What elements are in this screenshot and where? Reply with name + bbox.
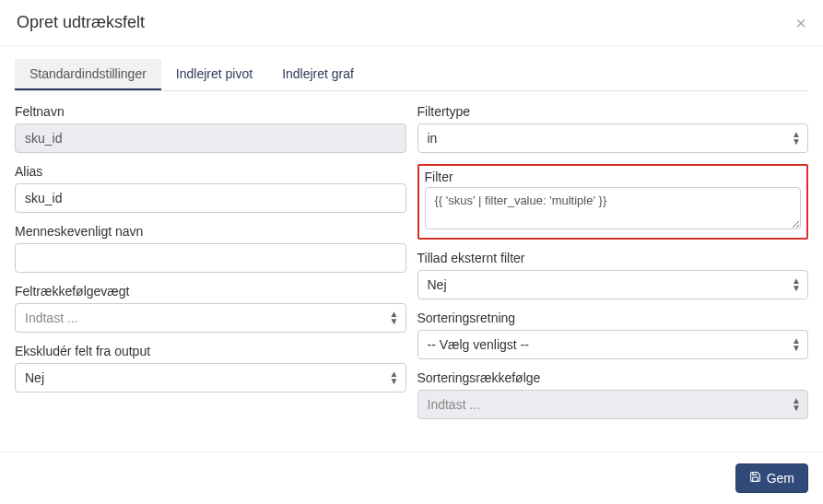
save-button[interactable]: Gem [735, 463, 808, 493]
form-col-right: Filtertype in ▲▼ Filter Tillad eksternt … [417, 104, 809, 430]
sortorder-input [417, 390, 809, 419]
close-icon: × [795, 13, 806, 33]
modal-footer: Gem [0, 451, 823, 504]
humanname-input[interactable] [15, 243, 406, 273]
label-humanname: Menneskevenligt navn [15, 224, 406, 239]
create-extraction-field-modal: Opret udtræksfelt × Standardindstillinge… [0, 0, 823, 504]
save-icon [749, 471, 761, 486]
group-filtertype: Filtertype in ▲▼ [417, 104, 809, 153]
form-col-left: Feltnavn Alias Menneskevenligt navn Felt… [15, 104, 406, 430]
group-external: Tillad eksternt filter Nej ▲▼ [417, 251, 809, 299]
label-filter: Filter [425, 170, 802, 184]
label-alias: Alias [15, 164, 406, 179]
label-exclude: Ekskludér felt fra output [15, 344, 406, 358]
group-filter: Filter [417, 164, 809, 240]
alias-input[interactable] [15, 183, 406, 213]
fieldname-input [15, 123, 406, 153]
label-sortorder: Sorteringsrækkefølge [417, 370, 809, 385]
group-exclude: Ekskludér felt fra output Nej ▲▼ [15, 344, 406, 393]
filtertype-select[interactable]: in [417, 123, 809, 153]
orderweight-input[interactable] [15, 303, 406, 333]
label-sortdir: Sorteringsretning [417, 311, 809, 325]
close-button[interactable]: × [795, 14, 806, 32]
tab-embedded-graph[interactable]: Indlejret graf [267, 59, 369, 90]
group-sortorder: Sorteringsrækkefølge ▲▼ [417, 370, 809, 419]
group-orderweight: Feltrækkefølgevægt ▲▼ [15, 284, 406, 333]
label-external: Tillad eksternt filter [417, 251, 809, 265]
group-sortdir: Sorteringsretning -- Vælg venligst -- ▲▼ [417, 311, 809, 359]
group-alias: Alias [15, 164, 406, 213]
tabs: Standardindstillinger Indlejret pivot In… [15, 59, 808, 91]
label-orderweight: Feltrækkefølgevægt [15, 284, 406, 299]
label-fieldname: Feltnavn [15, 104, 406, 119]
modal-header: Opret udtræksfelt × [0, 0, 823, 46]
modal-title: Opret udtræksfelt [17, 13, 145, 32]
form-columns: Feltnavn Alias Menneskevenligt navn Felt… [15, 104, 808, 430]
save-button-label: Gem [767, 471, 794, 486]
tab-embedded-pivot[interactable]: Indlejret pivot [161, 59, 267, 90]
external-select[interactable]: Nej [417, 270, 809, 299]
tab-standard[interactable]: Standardindstillinger [15, 59, 161, 90]
group-humanname: Menneskevenligt navn [15, 224, 406, 273]
modal-body: Standardindstillinger Indlejret pivot In… [0, 46, 823, 451]
group-fieldname: Feltnavn [15, 104, 406, 153]
filter-textarea[interactable] [425, 187, 802, 229]
exclude-select[interactable]: Nej [15, 363, 406, 393]
label-filtertype: Filtertype [417, 104, 809, 119]
sortdir-select[interactable]: -- Vælg venligst -- [417, 330, 809, 359]
